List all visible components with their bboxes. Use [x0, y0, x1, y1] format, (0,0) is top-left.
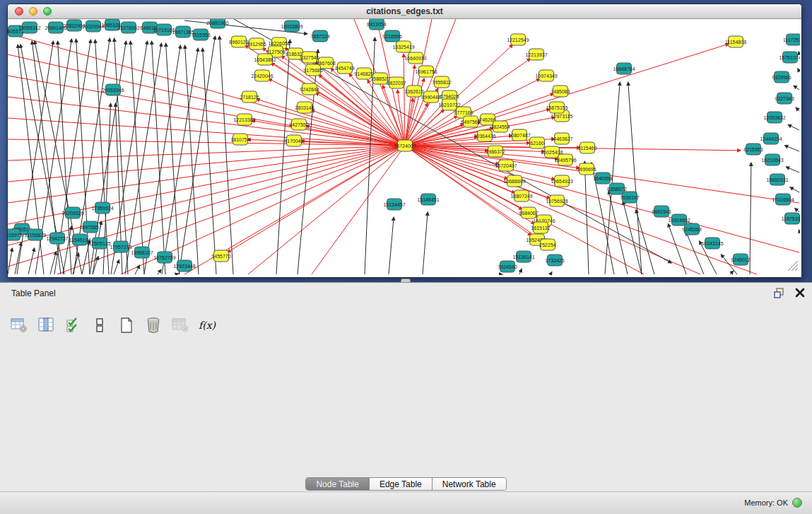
network-node[interactable]: 3824554	[490, 121, 510, 132]
network-node[interactable]: 8454749	[335, 62, 354, 74]
network-node[interactable]: 8912955	[247, 38, 266, 49]
new-table-button[interactable]	[117, 316, 136, 334]
network-canvas[interactable]: 1872400789601238912955182260589127508818…	[8, 19, 800, 275]
network-node[interactable]: 13325419	[392, 41, 414, 52]
network-node[interactable]: 10807487	[508, 129, 530, 141]
network-node[interactable]: 19756928	[546, 195, 567, 206]
close-panel-icon[interactable]	[795, 288, 805, 298]
network-node[interactable]: 7955812	[432, 76, 451, 88]
memory-ok-indicator-icon[interactable]	[792, 498, 802, 508]
network-node[interactable]: 12942737	[46, 233, 68, 244]
network-node[interactable]: 9245012	[731, 254, 750, 265]
network-node[interactable]: 19654923	[551, 175, 572, 187]
network-node-label: 16648784	[613, 66, 635, 71]
tab-node-table[interactable]: Node Table	[306, 478, 370, 490]
network-node[interactable]: 3915975	[8, 229, 23, 240]
network-node[interactable]: 20881960	[206, 19, 228, 28]
network-node[interactable]: 19958107	[131, 247, 153, 258]
network-node[interactable]: 8813054	[367, 19, 386, 30]
network-node[interactable]: 9699695	[577, 163, 596, 175]
row-height-button[interactable]	[90, 316, 109, 334]
tab-edge-table[interactable]: Edge Table	[370, 478, 433, 490]
network-node[interactable]: 7485083	[551, 86, 570, 97]
network-node[interactable]: 252254	[539, 239, 555, 250]
network-node[interactable]: 11172533	[783, 34, 800, 45]
network-node-label: 16640910	[404, 56, 426, 61]
network-node[interactable]: 16640910	[404, 52, 426, 64]
network-node-label: 12444154	[760, 136, 782, 141]
select-rows-button[interactable]	[64, 316, 82, 334]
network-node[interactable]: 9245068	[682, 223, 701, 235]
delete-table-button[interactable]	[171, 316, 189, 334]
network-node[interactable]: 16782759	[153, 252, 175, 263]
network-node[interactable]: 11675333	[782, 213, 800, 224]
network-node[interactable]: 8960123	[229, 36, 248, 47]
network-node[interactable]: 16210643	[761, 154, 783, 165]
network-node-label: 16210643	[761, 158, 783, 163]
network-node[interactable]: 8427552	[289, 119, 308, 130]
network-node[interactable]: 9218596	[382, 30, 401, 42]
network-node[interactable]: 9242844	[300, 83, 319, 95]
delete-rows-button[interactable]	[144, 316, 163, 334]
column-visibility-button[interactable]	[37, 316, 55, 334]
network-node-label: 19958107	[131, 250, 153, 255]
network-edge	[179, 36, 215, 274]
network-node[interactable]: 16961758	[415, 66, 437, 77]
network-node[interactable]: 16033809	[281, 21, 302, 32]
function-builder-button[interactable]: f(x)	[198, 316, 216, 334]
network-node-label: 9699695	[577, 167, 596, 172]
network-node[interactable]: 14463627	[551, 133, 572, 144]
network-node[interactable]: 20206526	[61, 207, 83, 218]
network-node[interactable]: 7857224	[310, 30, 329, 42]
network-node[interactable]: 9115460	[578, 142, 597, 153]
network-node[interactable]: 12093832	[763, 112, 785, 123]
network-node[interactable]: 8215953	[743, 144, 763, 155]
network-node[interactable]: 1615132	[531, 222, 550, 233]
network-node[interactable]: 9684067	[519, 207, 538, 218]
network-node[interactable]: 15751074	[779, 52, 800, 63]
float-panel-icon[interactable]	[774, 287, 785, 298]
network-node[interactable]: 8822037	[387, 77, 406, 88]
network-node[interactable]: 9175685	[303, 64, 322, 76]
network-node[interactable]: 15136141	[512, 251, 534, 262]
network-node[interactable]: 7515358	[191, 29, 210, 40]
network-node[interactable]: 11156829	[25, 229, 46, 240]
network-node[interactable]: 2718126	[240, 91, 259, 103]
network-node[interactable]: 1640954	[593, 173, 612, 184]
network-node[interactable]: 9861543	[652, 206, 671, 217]
network-node[interactable]: 12444154	[760, 133, 782, 144]
network-node[interactable]: 7639197	[620, 192, 639, 203]
network-node[interactable]: 11154808	[725, 36, 746, 47]
network-node[interactable]: 7624540	[498, 261, 517, 272]
network-node[interactable]: 15145451	[417, 194, 439, 205]
network-node[interactable]: 9329966	[772, 71, 791, 83]
network-node[interactable]: 9455770	[211, 250, 230, 262]
network-edge	[784, 146, 799, 151]
window-titlebar[interactable]: citations_edges.txt	[8, 4, 801, 19]
network-node[interactable]: 62160	[530, 137, 545, 148]
network-node[interactable]: 12213389	[233, 114, 255, 125]
network-node[interactable]: 2803144	[295, 102, 314, 113]
network-node[interactable]: 7986372	[486, 146, 505, 157]
network-node[interactable]: 9170041	[284, 135, 303, 146]
network-node[interactable]: 17016504	[772, 194, 794, 205]
network-node[interactable]: 16648784	[613, 63, 635, 74]
network-node[interactable]: 12212549	[507, 34, 529, 45]
network-node[interactable]: 6497568	[461, 116, 480, 127]
network-node[interactable]: 1733426	[545, 255, 564, 266]
network-view[interactable]: 1872400789601238912955182260589127508818…	[8, 19, 801, 277]
network-node[interactable]: 9227343	[775, 93, 794, 104]
network-node[interactable]: 8990448	[421, 91, 440, 103]
network-node[interactable]: 1810754	[230, 134, 249, 145]
tab-network-table[interactable]: Network Table	[433, 478, 506, 490]
network-node-label: 12923448	[173, 264, 195, 269]
network-node[interactable]: 20053346	[102, 84, 124, 95]
network-node[interactable]: 10243145	[701, 238, 723, 249]
table-settings-button[interactable]	[10, 316, 28, 334]
window-resize-grip[interactable]	[788, 261, 798, 271]
network-node[interactable]: 15692931	[766, 174, 788, 185]
network-node[interactable]: 15134457	[383, 199, 405, 210]
network-node[interactable]: 12213937	[525, 49, 547, 60]
network-node-label: 62160	[530, 141, 544, 146]
network-edge	[73, 253, 78, 274]
